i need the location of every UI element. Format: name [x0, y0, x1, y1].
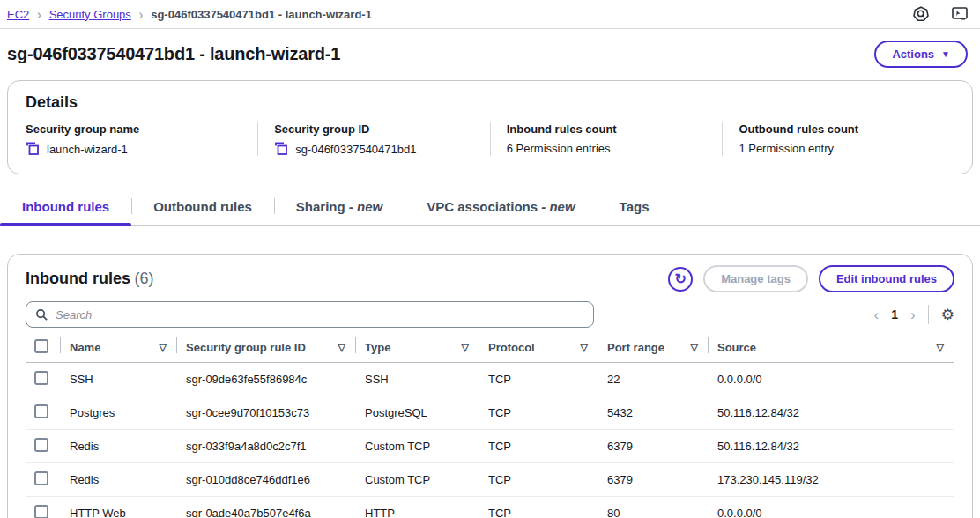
panel-count: (6) [134, 270, 153, 287]
search-box [26, 301, 594, 328]
panel-actions: ↻ Manage tags Edit inbound rules [668, 265, 954, 292]
tab-inbound-rules[interactable]: Inbound rules [0, 190, 131, 225]
panel-header: Inbound rules (6) ↻ Manage tags Edit inb… [26, 265, 954, 292]
filter-icon[interactable]: ▽ [691, 342, 700, 353]
page-header: sg-046f0337540471bd1 - launch-wizard-1 A… [0, 29, 980, 75]
page-title: sg-046f0337540471bd1 - launch-wizard-1 [7, 44, 340, 64]
cell-rule-id: sgr-033f9a4a8d0c2c7f1 [177, 430, 356, 463]
chevron-right-icon: › [37, 6, 41, 23]
search-input[interactable] [56, 308, 584, 322]
cell-rule-id: sgr-0cee9d70f10153c73 [177, 396, 356, 430]
search-icon [35, 308, 48, 322]
row-checkbox[interactable] [34, 505, 48, 518]
refresh-button[interactable]: ↻ [668, 267, 693, 292]
inbound-rules-panel: Inbound rules (6) ↻ Manage tags Edit inb… [7, 254, 973, 518]
pagination: ‹ 1 › ⚙ [874, 305, 954, 324]
table-row: Redis sgr-033f9a4a8d0c2c7f1 Custom TCP T… [26, 430, 954, 463]
detail-label: Inbound rules count [507, 122, 712, 136]
table-header-row: Name▽ Security group rule ID▽ Type▽ Prot… [26, 335, 954, 363]
select-all-header [26, 335, 61, 363]
column-label: Type [365, 341, 390, 354]
cell-port-range: 80 [598, 497, 709, 518]
breadcrumb-ec2-link[interactable]: EC2 [7, 8, 29, 21]
gear-icon[interactable]: ⚙ [941, 306, 954, 324]
cell-source: 0.0.0.0/0 [709, 363, 954, 396]
detail-value: 6 Permission entries [507, 142, 611, 155]
tab-label: Tags [620, 199, 650, 214]
row-checkbox-cell [26, 396, 61, 430]
tab-sharing[interactable]: Sharing - new [274, 190, 405, 225]
tab-vpc-associations[interactable]: VPC associations - new [405, 190, 597, 225]
tab-label: Outbound rules [153, 199, 252, 214]
detail-value: 1 Permission entry [739, 142, 834, 155]
select-all-checkbox[interactable] [34, 339, 48, 353]
detail-security-group-name: Security group name launch-wizard-1 [26, 122, 257, 156]
column-label: Protocol [488, 341, 535, 354]
topbar-icons [913, 6, 968, 22]
tab-label: VPC associations [427, 199, 538, 214]
tab-new-suffix: - new [538, 199, 575, 214]
cell-source: 173.230.145.119/32 [709, 463, 954, 497]
cell-protocol: TCP [479, 396, 598, 430]
cloudshell-icon[interactable] [952, 6, 968, 22]
actions-button[interactable]: Actions ▼ [874, 41, 968, 68]
table-row: SSH sgr-09de63fe55f86984c SSH TCP 22 0.0… [26, 363, 954, 396]
column-label: Source [717, 341, 756, 354]
row-checkbox[interactable] [34, 438, 48, 452]
page-number[interactable]: 1 [891, 307, 898, 322]
cell-type: Custom TCP [356, 430, 479, 463]
column-header-type: Type▽ [356, 335, 479, 363]
filter-icon[interactable]: ▽ [338, 342, 347, 353]
tab-tags[interactable]: Tags [598, 190, 672, 225]
cell-source: 0.0.0.0/0 [709, 497, 954, 518]
detail-value: launch-wizard-1 [47, 143, 128, 156]
filter-icon[interactable]: ▽ [937, 342, 946, 353]
table-toolbar: ‹ 1 › ⚙ [26, 301, 954, 328]
cell-type: PostgreSQL [356, 396, 479, 430]
detail-label: Security group name [26, 122, 247, 136]
next-page-icon[interactable]: › [910, 307, 916, 322]
cell-name: Redis [61, 463, 177, 497]
column-header-port-range: Port range▽ [598, 335, 709, 363]
copy-icon[interactable] [26, 142, 40, 156]
table-row: Redis sgr-010dd8ce746ddf1e6 Custom TCP T… [26, 463, 954, 497]
copy-icon[interactable] [274, 142, 288, 156]
detail-label: Security group ID [274, 122, 479, 136]
row-checkbox[interactable] [34, 404, 48, 418]
filter-icon[interactable]: ▽ [462, 342, 471, 353]
panel-title: Inbound rules [26, 270, 130, 287]
column-header-name: Name▽ [61, 335, 177, 363]
cell-rule-id: sgr-010dd8ce746ddf1e6 [177, 463, 356, 497]
cell-type: SSH [356, 363, 479, 396]
cell-type: Custom TCP [356, 463, 479, 497]
tab-outbound-rules[interactable]: Outbound rules [131, 190, 274, 225]
filter-icon[interactable]: ▽ [160, 342, 168, 353]
row-checkbox-cell [26, 463, 61, 497]
detail-label: Outbound rules count [739, 122, 944, 136]
chevron-right-icon: › [139, 6, 143, 23]
column-label: Port range [607, 341, 664, 354]
cell-rule-id: sgr-0ade40a7b507e4f6a [177, 497, 356, 518]
filter-icon[interactable]: ▽ [581, 342, 590, 353]
table-row: HTTP Web sgr-0ade40a7b507e4f6a HTTP TCP … [26, 497, 954, 518]
cell-port-range: 22 [598, 363, 709, 396]
column-label: Name [70, 341, 100, 354]
column-header-protocol: Protocol▽ [479, 335, 598, 363]
cell-type: HTTP [356, 497, 479, 518]
divider [928, 305, 929, 324]
row-checkbox[interactable] [34, 371, 48, 385]
row-checkbox-cell [26, 497, 61, 518]
details-heading: Details [26, 93, 954, 112]
amazon-q-icon[interactable] [913, 6, 929, 22]
edit-inbound-rules-button[interactable]: Edit inbound rules [819, 265, 954, 292]
cell-port-range: 6379 [598, 463, 709, 497]
previous-page-icon[interactable]: ‹ [874, 307, 880, 322]
cell-protocol: TCP [479, 463, 598, 497]
breadcrumb: EC2 › Security Groups › sg-046f033754047… [7, 8, 372, 21]
tab-bar: Inbound rules Outbound rules Sharing - n… [0, 190, 980, 226]
manage-tags-button[interactable]: Manage tags [703, 265, 808, 292]
cell-port-range: 6379 [598, 430, 709, 463]
row-checkbox[interactable] [34, 471, 48, 485]
breadcrumb-security-groups-link[interactable]: Security Groups [49, 8, 131, 21]
table-row: Postgres sgr-0cee9d70f10153c73 PostgreSQ… [26, 396, 954, 430]
